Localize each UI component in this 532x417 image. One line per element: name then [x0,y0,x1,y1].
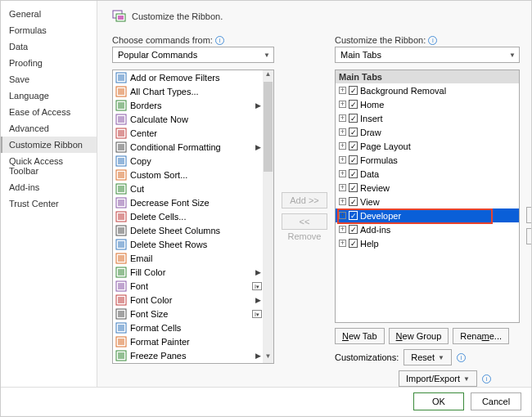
tab-item-draw[interactable]: +✓Draw [336,125,519,139]
checkbox[interactable]: ✓ [349,225,358,234]
sidebar-item-proofing[interactable]: Proofing [1,55,97,71]
expand-icon[interactable]: + [339,87,346,94]
tab-item-formulas[interactable]: +✓Formulas [336,153,519,167]
tab-item-background-removal[interactable]: +✓Background Removal [336,83,519,97]
command-item[interactable]: Cut [113,182,273,195]
command-item[interactable]: Delete Cells... [113,209,273,223]
command-item[interactable]: Copy [113,154,273,168]
expand-icon[interactable]: + [339,184,346,191]
sidebar-item-ease-of-access[interactable]: Ease of Access [1,104,97,120]
command-item[interactable]: Decrease Font Size [113,195,273,209]
info-icon[interactable]: i [215,36,224,45]
checkbox[interactable]: ✓ [349,100,358,109]
expand-icon[interactable]: + [339,101,346,108]
command-item[interactable]: Conditional Formatting▶ [113,140,273,154]
expand-icon[interactable]: + [339,142,346,150]
command-item[interactable]: Custom Sort... [113,168,273,182]
command-label: Conditional Formatting [130,142,221,152]
expand-icon[interactable]: + [339,240,346,247]
sidebar-item-formulas[interactable]: Formulas [1,22,97,38]
sidebar-item-trust-center[interactable]: Trust Center [1,195,97,212]
checkbox[interactable]: ✓ [349,155,358,164]
checkbox[interactable]: ✓ [349,128,358,137]
checkbox[interactable]: ✓ [349,169,358,178]
command-item[interactable]: Font Color▶ [113,293,273,307]
command-item[interactable]: Format Cells [113,321,273,334]
checkbox[interactable]: ✓ [349,239,358,248]
command-item[interactable]: FontI▾ [113,279,273,293]
tab-item-add-ins[interactable]: +✓Add-ins [336,222,519,236]
sidebar-item-add-ins[interactable]: Add-ins [1,179,97,195]
sidebar-item-customize-ribbon[interactable]: Customize Ribbon [1,137,97,153]
sidebar-item-save[interactable]: Save [1,71,97,87]
sidebar-item-data[interactable]: Data [1,38,97,55]
ok-button[interactable]: OK [413,392,464,410]
tab-item-page-layout[interactable]: +✓Page Layout [336,139,519,153]
checkbox[interactable]: ✓ [349,197,358,206]
commands-from-value: Popular Commands [118,50,197,60]
checkbox[interactable]: ✓ [349,114,358,123]
command-item[interactable]: Center [113,126,273,140]
new-tab-button[interactable]: New Tab [335,328,385,344]
import-export-button[interactable]: Import/Export ▼ [399,370,477,387]
sidebar-item-general[interactable]: General [1,6,97,22]
tab-item-help[interactable]: +✓Help [336,236,519,250]
command-item[interactable]: All Chart Types... [113,84,273,98]
scroll-thumb[interactable] [264,82,273,172]
command-item[interactable]: Borders▶ [113,98,273,112]
command-item[interactable]: Calculate Now [113,112,273,126]
command-item[interactable]: Format Painter [113,334,273,348]
scrollbar[interactable]: ▲ ▼ [263,70,273,363]
checkbox[interactable]: ✓ [349,86,358,95]
submenu-arrow-icon: ▶ [254,268,262,276]
expand-icon[interactable]: + [339,114,346,122]
info-icon[interactable]: i [457,353,466,362]
tab-item-data[interactable]: +✓Data [336,167,519,181]
command-item[interactable]: Font SizeI▾ [113,307,273,321]
tabs-treeview[interactable]: Main Tabs +✓Background Removal+✓Home+✓In… [335,70,520,323]
rename-button[interactable]: Rename... [453,328,509,344]
commands-from-label: Choose commands from: [112,35,213,45]
reset-button[interactable]: Reset ▼ [404,349,452,365]
sidebar-item-quick-access-toolbar[interactable]: Quick Access Toolbar [1,153,97,179]
expand-icon[interactable]: + [339,212,346,219]
move-down-button[interactable]: ▼ [526,228,532,244]
move-up-button[interactable]: ▲ [526,207,532,223]
command-icon [115,335,128,348]
tab-item-insert[interactable]: +✓Insert [336,111,519,125]
commands-listbox[interactable]: Add or Remove FiltersAll Chart Types...B… [112,70,274,364]
ribbon-scope-dropdown[interactable]: Main Tabs ▼ [335,47,520,63]
info-icon[interactable]: i [428,36,437,45]
command-label: Delete Sheet Rows [130,240,207,249]
command-item[interactable]: Add or Remove Filters [113,70,273,84]
add-button[interactable]: Add >> [282,192,327,208]
command-item[interactable]: Delete Sheet Columns [113,223,273,237]
checkbox[interactable]: ✓ [349,141,358,150]
expand-icon[interactable]: + [339,156,346,164]
expand-icon[interactable]: + [339,226,346,233]
command-item[interactable]: Freeze Panes▶ [113,348,273,362]
commands-from-dropdown[interactable]: Popular Commands ▼ [112,47,274,63]
new-group-button[interactable]: New Group [389,328,449,344]
checkbox[interactable]: ✓ [349,211,358,220]
svg-rect-28 [118,241,124,248]
tab-item-view[interactable]: +✓View [336,195,519,208]
command-item[interactable]: Fill Color▶ [113,265,273,279]
tab-item-developer[interactable]: +✓Developer [336,208,519,222]
tab-item-review[interactable]: +✓Review [336,181,519,195]
command-item[interactable]: Increase Font Size [113,362,273,363]
expand-icon[interactable]: + [339,170,346,177]
command-item[interactable]: Delete Sheet Rows [113,237,273,251]
remove-button[interactable]: << Remove [282,213,327,230]
info-icon[interactable]: i [482,374,491,383]
command-item[interactable]: Email [113,251,273,265]
checkbox[interactable]: ✓ [349,183,358,192]
command-label: Decrease Font Size [130,198,210,208]
cancel-button[interactable]: Cancel [471,392,521,410]
expand-icon[interactable]: + [339,198,346,205]
tab-item-home[interactable]: +✓Home [336,97,519,111]
svg-rect-4 [118,74,124,81]
sidebar-item-advanced[interactable]: Advanced [1,120,97,137]
expand-icon[interactable]: + [339,128,346,136]
sidebar-item-language[interactable]: Language [1,87,97,104]
